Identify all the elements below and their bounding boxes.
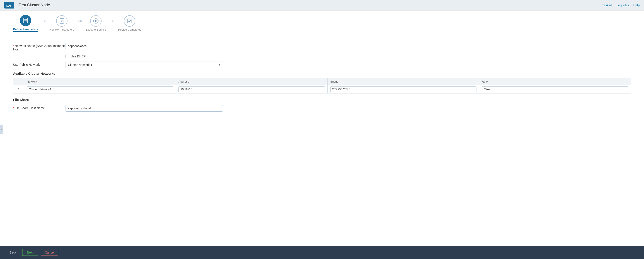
step-4-circle [124,15,135,27]
wizard-steps: Define Parameters »» Review Parameters »… [0,10,644,36]
file-share-title: File Share [13,98,631,102]
step-4-label: Service Completed [118,28,142,31]
cluster-networks-table: Network Address Subnet Role 1 [13,78,631,94]
network-name-label: *Network Name (SAP Virtual Instance Host… [13,43,66,51]
svg-marker-12 [95,20,98,22]
sap-logo-icon: SAP [4,2,14,9]
back-button[interactable]: Back [6,250,20,256]
sap-logo-container: SAP [4,2,14,9]
row-address-input[interactable] [178,86,324,92]
svg-rect-7 [60,18,64,23]
use-public-network-select-wrapper: Cluster Network 1 Cluster Network 2 ▼ [66,62,223,68]
header-nav: Tasklist Log Files Help [602,4,640,7]
footer: Back Next Cancel [0,246,644,259]
network-name-control [66,43,223,49]
use-dhcp-checkbox[interactable] [66,54,69,58]
use-public-network-label: Use Public Network [13,62,66,66]
step-3-label: Execute Service [86,28,106,31]
available-cluster-networks-title: Available Cluster Networks [13,72,631,75]
network-name-required: * [13,44,14,48]
use-public-network-row: Use Public Network Cluster Network 1 Clu… [13,62,631,68]
step-2-circle [56,15,68,27]
step-execute-service[interactable]: Execute Service [86,15,106,31]
row-address [176,85,328,94]
table-row: 1 [13,85,631,94]
col-subnet: Subnet [328,78,479,85]
network-name-row: *Network Name (SAP Virtual Instance Host… [13,43,631,51]
side-expand-button[interactable]: » [0,125,3,134]
next-button[interactable]: Next [22,249,38,256]
row-role [479,85,631,94]
review-params-icon [59,18,65,24]
execute-icon [93,18,99,24]
file-share-host-label: *File Share Host Name [13,105,66,110]
col-num [13,78,24,85]
network-name-input[interactable] [66,43,223,49]
row-num: 1 [13,85,24,94]
row-role-input[interactable] [482,86,628,92]
step-arrow-2: »» [74,18,86,23]
svg-line-6 [26,22,28,22]
page-title: First Cluster Node [18,3,602,8]
define-params-icon [23,18,28,23]
step-review-parameters[interactable]: Review Parameters [49,15,74,31]
cancel-button[interactable]: Cancel [41,249,58,256]
svg-text:SAP: SAP [6,4,12,8]
col-role: Role [479,78,631,85]
row-subnet [328,85,479,94]
step-service-completed[interactable]: Service Completed [118,15,142,31]
file-share-host-row: *File Share Host Name [13,105,631,112]
available-cluster-networks-section: Available Cluster Networks Network Addre… [13,72,631,94]
file-share-host-input[interactable] [66,105,223,112]
help-link[interactable]: Help [633,4,640,7]
file-share-host-control [66,105,223,112]
use-public-network-control: Cluster Network 1 Cluster Network 2 ▼ [66,62,223,68]
use-public-network-select[interactable]: Cluster Network 1 Cluster Network 2 [66,62,223,68]
use-dhcp-label: Use DHCP [71,54,86,58]
row-network [24,85,176,94]
logfiles-link[interactable]: Log Files [616,4,629,7]
tasklist-link[interactable]: Tasklist [602,4,612,7]
svg-rect-13 [127,19,132,23]
row-network-input[interactable] [27,86,173,92]
file-share-section: File Share *File Share Host Name [13,98,631,112]
file-share-required: * [13,106,14,110]
table-header-row: Network Address Subnet Role [13,78,631,85]
row-subnet-input[interactable] [330,86,476,92]
step-3-circle [90,15,102,27]
step-arrow-3: »» [106,18,118,23]
step-arrow-1: »» [38,18,49,23]
completed-icon [127,18,132,24]
use-dhcp-row: Use DHCP [66,54,631,58]
header: SAP First Cluster Node Tasklist Log File… [0,0,644,10]
step-1-circle [20,15,31,26]
col-network: Network [24,78,176,85]
step-define-parameters[interactable]: Define Parameters [13,15,38,32]
main-content: *Network Name (SAP Virtual Instance Host… [0,36,644,246]
step-1-label: Define Parameters [13,28,38,32]
step-2-label: Review Parameters [49,28,74,31]
col-address: Address [176,78,328,85]
